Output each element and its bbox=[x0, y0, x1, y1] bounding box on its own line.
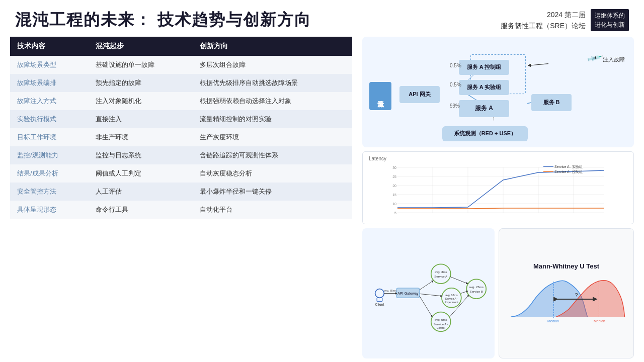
event-badge: 运继体系的 进化与创新 bbox=[591, 9, 629, 31]
observe-box: 系统观测（RED + USE） bbox=[442, 126, 528, 141]
left-panel: 技术内容 混沌起步 创新方向 故障场景类型基础设施的单一故障多层次组合故障故障场… bbox=[10, 37, 352, 358]
cell-0-1: 基础设施的单一故障 bbox=[89, 56, 192, 74]
svg-text:Service A - 控制组: Service A - 控制组 bbox=[554, 170, 583, 173]
svg-text:5: 5 bbox=[394, 211, 396, 215]
cell-6-1: 阈值或人工判定 bbox=[89, 164, 192, 183]
pct-05a: 0.5% bbox=[450, 63, 461, 68]
cell-5-1: 监控与日志系统 bbox=[89, 146, 192, 164]
flow-label: 流量 bbox=[369, 82, 391, 110]
latency-chart: Latency 30 bbox=[362, 151, 634, 224]
chart-svg: 30 25 20 15 10 5 Service A - 实验组 Service… bbox=[369, 162, 627, 218]
svg-text:avg. 3ms: avg. 3ms bbox=[435, 270, 447, 274]
svg-text:Service A -: Service A - bbox=[445, 297, 458, 300]
page-title: 混沌工程的未来： 技术趋势与创新方向 bbox=[15, 9, 311, 31]
table-row: 安全管控方法人工评估最小爆炸半径和一键关停 bbox=[10, 183, 352, 201]
svg-point-29 bbox=[375, 289, 384, 298]
cell-4-2: 生产灰度环境 bbox=[193, 128, 353, 146]
cell-5-0: 监控/观测能力 bbox=[10, 146, 89, 164]
cell-0-0: 故障场景类型 bbox=[10, 56, 89, 74]
svg-point-34 bbox=[431, 264, 451, 284]
cell-2-1: 注入对象随机化 bbox=[89, 92, 192, 110]
network-diagram: Client API Gateway avg. 3ms Service A av… bbox=[362, 228, 495, 358]
cell-1-0: 故障场景编排 bbox=[10, 74, 89, 92]
cell-3-1: 直接注入 bbox=[89, 110, 192, 128]
table-row: 监控/观测能力监控与日志系统含链路追踪的可观测性体系 bbox=[10, 146, 352, 164]
table-row: 故障场景编排预先指定的故障根据优先级排序自动挑选故障场景 bbox=[10, 74, 352, 92]
svg-text:20: 20 bbox=[392, 184, 396, 188]
service-a-exp-box: 服务 A 实验组 bbox=[459, 80, 509, 95]
cell-5-2: 含链路追踪的可观测性体系 bbox=[193, 146, 353, 164]
main-content: 技术内容 混沌起步 创新方向 故障场景类型基础设施的单一故障多层次组合故障故障场… bbox=[0, 37, 644, 358]
svg-text:Service A - 实验组: Service A - 实验组 bbox=[554, 165, 583, 168]
inject-label: 注入故障 bbox=[603, 56, 625, 63]
mann-whitney-box: Mann-Whitney U Test Median Median bbox=[499, 228, 634, 358]
pct-05b: 0.5% bbox=[450, 82, 461, 87]
svg-text:25: 25 bbox=[392, 175, 396, 178]
network-svg: Client API Gateway avg. 3ms Service A av… bbox=[366, 232, 491, 354]
chart-y-label: Latency bbox=[369, 156, 627, 161]
svg-line-7 bbox=[529, 63, 548, 65]
cell-1-2: 根据优先级排序自动挑选故障场景 bbox=[193, 74, 353, 92]
cell-8-0: 具体呈现形态 bbox=[10, 201, 89, 219]
header: 混沌工程的未来： 技术趋势与创新方向 2024 第二届 服务韧性工程（SRE）论… bbox=[0, 0, 644, 37]
svg-line-52 bbox=[420, 296, 432, 317]
cell-8-1: 命令行工具 bbox=[89, 201, 192, 219]
header-right: 2024 第二届 服务韧性工程（SRE）论坛 运继体系的 进化与创新 bbox=[501, 9, 629, 32]
mw-svg-container: Median Median ? bbox=[504, 274, 628, 324]
svg-text:?: ? bbox=[575, 292, 578, 298]
service-a-box: 服务 A bbox=[459, 100, 509, 117]
svg-text:Experiment: Experiment bbox=[445, 301, 458, 304]
svg-text:avg. 5ms: avg. 5ms bbox=[435, 318, 447, 321]
svg-text:Client: Client bbox=[375, 303, 384, 306]
cell-8-2: 自动化平台 bbox=[193, 201, 353, 219]
arch-inner: 流量 API 网关 服务 A 控制组 服务 A 实验组 服务 A 服务 B 系统… bbox=[369, 42, 627, 142]
cell-0-2: 多层次组合故障 bbox=[193, 56, 353, 74]
table-row: 故障场景类型基础设施的单一故障多层次组合故障 bbox=[10, 56, 352, 74]
cell-7-1: 人工评估 bbox=[89, 183, 192, 201]
svg-text:Control: Control bbox=[437, 326, 445, 329]
svg-text:avg. 85ms: avg. 85ms bbox=[384, 289, 396, 292]
svg-line-53 bbox=[461, 291, 467, 293]
svg-point-41 bbox=[466, 279, 486, 299]
forum-year: 2024 第二届 服务韧性工程（SRE）论坛 bbox=[501, 9, 586, 32]
svg-text:API Gateway: API Gateway bbox=[397, 292, 419, 296]
pct-99: 99% bbox=[450, 103, 460, 109]
svg-line-54 bbox=[450, 277, 467, 284]
svg-text:Service A: Service A bbox=[434, 275, 448, 278]
table-row: 结果/成果分析阈值或人工判定自动灰度稳态分析 bbox=[10, 164, 352, 183]
svg-text:Service A -: Service A - bbox=[433, 322, 448, 326]
table-row: 目标工作环境非生产环境生产灰度环境 bbox=[10, 128, 352, 146]
svg-text:Median: Median bbox=[547, 319, 559, 323]
cell-3-0: 实验执行模式 bbox=[10, 110, 89, 128]
svg-line-50 bbox=[420, 281, 433, 290]
cell-4-0: 目标工作环境 bbox=[10, 128, 89, 146]
cell-3-2: 流量精细控制的对照实验 bbox=[193, 110, 353, 128]
comparison-table: 技术内容 混沌起步 创新方向 故障场景类型基础设施的单一故障多层次组合故障故障场… bbox=[10, 37, 352, 219]
svg-line-51 bbox=[420, 294, 442, 296]
api-gateway-box: API 网关 bbox=[399, 86, 440, 103]
svg-text:Median: Median bbox=[594, 319, 605, 323]
svg-text:Service B: Service B bbox=[470, 290, 483, 293]
mw-title: Mann-Whitney U Test bbox=[533, 262, 599, 270]
svg-text:15: 15 bbox=[392, 193, 396, 197]
svg-rect-30 bbox=[377, 298, 382, 301]
cell-6-0: 结果/成果分析 bbox=[10, 164, 89, 183]
cell-6-2: 自动灰度稳态分析 bbox=[193, 164, 353, 183]
architecture-diagram: 流量 API 网关 服务 A 控制组 服务 A 实验组 服务 A 服务 B 系统… bbox=[362, 37, 634, 147]
svg-text:10: 10 bbox=[392, 202, 396, 206]
chart-svg-container: 30 25 20 15 10 5 Service A - 实验组 Service… bbox=[369, 162, 627, 218]
service-b-box: 服务 B bbox=[531, 94, 572, 111]
table-row: 实验执行模式直接注入流量精细控制的对照实验 bbox=[10, 110, 352, 128]
service-a-ctrl-box: 服务 A 控制组 bbox=[459, 60, 509, 75]
table-row: 具体呈现形态命令行工具自动化平台 bbox=[10, 201, 352, 219]
col-header-tech: 技术内容 bbox=[10, 37, 89, 56]
cell-4-1: 非生产环境 bbox=[89, 128, 192, 146]
svg-text:30: 30 bbox=[392, 166, 396, 169]
mw-svg: Median Median ? bbox=[504, 274, 628, 324]
col-header-chaos: 混沌起步 bbox=[89, 37, 192, 56]
svg-text:avg. 18ms: avg. 18ms bbox=[445, 294, 458, 297]
cell-1-1: 预先指定的故障 bbox=[89, 74, 192, 92]
col-header-innovation: 创新方向 bbox=[193, 37, 353, 56]
cell-7-0: 安全管控方法 bbox=[10, 183, 89, 201]
syringe-icon: 💉 bbox=[586, 49, 604, 67]
